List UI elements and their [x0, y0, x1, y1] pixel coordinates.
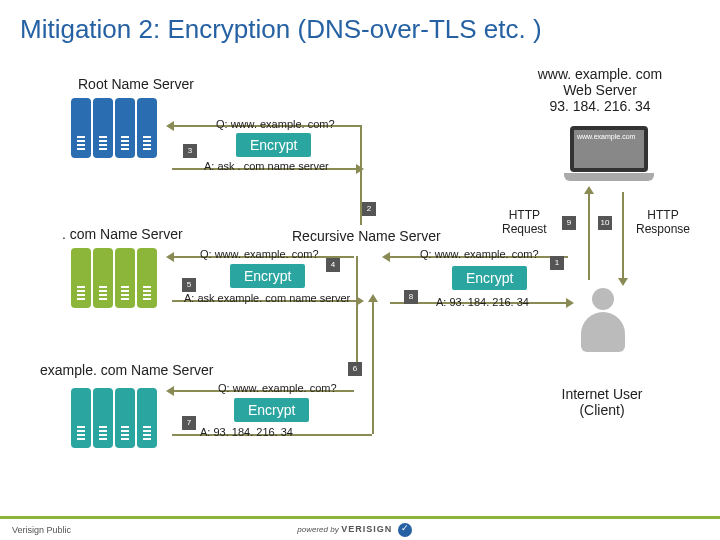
step-10: 10 [598, 216, 612, 230]
query-com: Q: www. example. com? [200, 248, 319, 260]
root-server-label: Root Name Server [78, 76, 194, 92]
encrypt-example: Encrypt [234, 398, 309, 422]
webserver-label: www. example. com Web Server 93. 184. 21… [530, 66, 670, 114]
client-line1: Internet User [562, 386, 643, 402]
answer-example: A: 93. 184. 216. 34 [200, 426, 293, 438]
step-2: 2 [362, 202, 376, 216]
laptop-icon: www.example.com [564, 126, 654, 186]
encrypt-client: Encrypt [452, 266, 527, 290]
web-line3: 93. 184. 216. 34 [549, 98, 650, 114]
slide-title: Mitigation 2: Encryption (DNS-over-TLS e… [0, 0, 720, 55]
step-4: 4 [326, 258, 340, 272]
root-server-icon [70, 98, 166, 158]
step-7: 7 [182, 416, 196, 430]
example-server-icon [70, 388, 166, 448]
encrypt-root: Encrypt [236, 133, 311, 157]
client-line2: (Client) [579, 402, 624, 418]
client-label: Internet User (Client) [532, 386, 672, 418]
laptop-url: www.example.com [574, 130, 644, 168]
step-3: 3 [183, 144, 197, 158]
footer: Verisign Public powered by VERISIGN [0, 516, 720, 540]
answer-root: A: ask . com name server [204, 160, 329, 172]
footer-left: Verisign Public [12, 525, 71, 535]
answer-client: A: 93. 184. 216. 34 [436, 296, 529, 308]
recursive-label: Recursive Name Server [292, 228, 441, 244]
user-icon [578, 288, 628, 358]
verisign-check-icon [398, 523, 412, 537]
query-root: Q: www. example. com? [216, 118, 335, 130]
verisign-logo: VERISIGN [341, 524, 392, 534]
com-server-label: . com Name Server [62, 226, 183, 242]
step-8: 8 [404, 290, 418, 304]
step-5: 5 [182, 278, 196, 292]
step-9: 9 [562, 216, 576, 230]
query-client: Q: www. example. com? [420, 248, 539, 260]
http-request-label: HTTP Request [502, 208, 547, 236]
answer-com: A: ask example. com name server [184, 292, 350, 304]
http-response-label: HTTP Response [636, 208, 690, 236]
web-line1: www. example. com [538, 66, 662, 82]
step-6: 6 [348, 362, 362, 376]
encrypt-com: Encrypt [230, 264, 305, 288]
footer-center: powered by VERISIGN [297, 523, 411, 537]
step-1: 1 [550, 256, 564, 270]
web-line2: Web Server [563, 82, 637, 98]
com-server-icon [70, 248, 166, 308]
example-server-label: example. com Name Server [40, 362, 214, 378]
query-example: Q: www. example. com? [218, 382, 337, 394]
